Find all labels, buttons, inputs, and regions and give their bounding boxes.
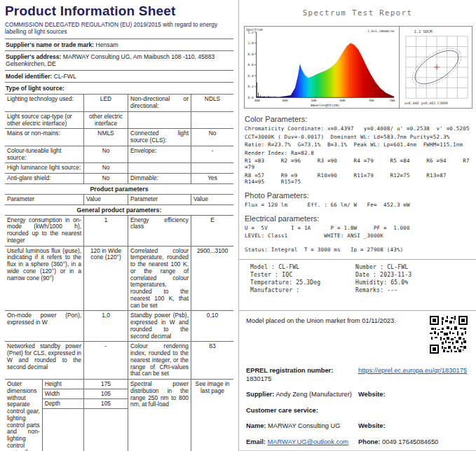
svg-text:400: 400 <box>283 99 288 102</box>
param-cell: Standby power (Psb), expressed in W and … <box>128 311 191 341</box>
x-axis-label: Wavelength(nm) <box>311 103 339 108</box>
spectrum-area <box>257 43 395 97</box>
param-cell: Energy consumption in on-mode (kWh/1000 … <box>5 216 83 246</box>
email-label: Email: <box>246 438 266 445</box>
email-cell: Email: MARWAY.UG@outlook.com <box>246 438 358 447</box>
param-cell: Envelope: <box>128 146 191 163</box>
spectrum-test-report: Spectrum Test Report <box>239 0 476 451</box>
dimension-key: Depth <box>43 399 83 409</box>
value-cell: No <box>83 146 128 163</box>
market-note: Model placed on the Union market from 01… <box>246 317 396 324</box>
param-cell: Light source cap-type (or other electric… <box>5 112 83 129</box>
value-cell: - <box>83 342 128 379</box>
value-cell: Yes <box>191 174 233 183</box>
dimension-value: 175 <box>84 380 128 389</box>
name-row: Name: MARWAY Consulting UG Website: <box>246 422 469 431</box>
value-cell: 1,0 <box>83 311 128 341</box>
svg-text:1.2: 1.2 <box>248 31 254 34</box>
column-header-row: Parameter Value Parameter Value <box>5 194 233 204</box>
table-row: Useful luminous flux (φuse), indicating … <box>5 246 233 311</box>
supplier-label: Supplier: <box>246 391 274 398</box>
phone-label: Phone: <box>358 438 381 445</box>
humidity-line: Humidity: 65.0% <box>355 279 461 286</box>
table-row: On-mode power (Pon), expressed in W 1,0 … <box>5 310 233 341</box>
report-title: Spectrum Test Report <box>239 8 476 17</box>
supplier-name-label: Supplier's name or trade mark: <box>6 41 94 48</box>
value-cell <box>191 163 233 173</box>
remarks-line: Remarks: --- <box>355 287 461 293</box>
tester-line: Tester : IQC <box>250 272 355 278</box>
chart-panel: Spectrum 1.0=5.186mW/nm <box>244 26 472 109</box>
x-tick-labels: 300 400 500 600 700 780 <box>254 99 395 102</box>
supplier-name-value: Hensam <box>96 41 118 48</box>
name-cell: Name: MARWAY Consulting UG <box>246 422 358 431</box>
general-parameters-header: General product parameters: <box>5 204 233 215</box>
svg-text:0.6: 0.6 <box>248 63 254 67</box>
website-label: Website: <box>358 422 469 431</box>
website-label: Website: <box>358 391 469 399</box>
value-cell: NMLS <box>83 129 128 146</box>
param-cell: Colour-tuneable light source: <box>5 146 83 163</box>
param-cell: Spectral power distribution in the range… <box>128 380 191 451</box>
y-tick-marks <box>254 32 257 87</box>
table-row: Light source cap-type (or other electric… <box>5 111 233 129</box>
param-cell: Useful luminous flux (φuse), indicating … <box>5 247 83 311</box>
table-row: Lighting technology used: LED Non-direct… <box>5 94 233 111</box>
param-cell: Networked standby power (Pnet) for CLS, … <box>5 342 83 379</box>
electrical-line1: U = 5V I = 1A P = 1.8W PF = 1.000 <box>245 225 476 231</box>
param-cell <box>128 112 191 129</box>
param-cell: Mains or non-mains: <box>5 129 83 146</box>
value-cell: other electric interface <box>83 112 128 129</box>
test-info-block: Model : CL-FWL Tester : IQC Temperature:… <box>250 264 476 295</box>
svg-text:300: 300 <box>254 99 260 102</box>
value-cell: LED <box>83 95 128 111</box>
param-cell: Correlated colour temperature, rounded t… <box>128 247 191 311</box>
value-cell: 120 in Wide cone (120°) <box>83 247 128 311</box>
supplier-value: Andy Zeng (Manufacturer) <box>276 391 352 398</box>
table-row: Anti-glare shield: No Dimmable: Yes <box>5 173 233 183</box>
cct-line: CCT=3000K ( Duv=-0.0017) Dominant WL: Ld… <box>245 134 476 140</box>
spectrum-chart: Spectrum 1.0=5.186mW/nm <box>245 27 400 108</box>
name-label: Name: <box>246 422 266 429</box>
eprel-row: EPREL registration number: 1830175 https… <box>246 367 469 383</box>
electrical-line2: LEVEL: Class1 WHITE: ANSI _3000K <box>245 233 476 239</box>
dimension-key: Width <box>43 389 83 399</box>
value-cell: 1 <box>83 216 128 246</box>
param-cell: Non-directional or directional: <box>128 95 191 111</box>
render-index-line: Render Index: Ra=82.8 <box>245 150 476 156</box>
number-line: Number : CL-FWL <box>355 264 461 270</box>
sdcm-coordinates: x=0.440 y=0.403 F3000 <box>404 101 448 106</box>
param-cell: Dimmable: <box>128 174 191 183</box>
table-row: Mains or non-mains: NMLS Connected light… <box>5 128 233 146</box>
svg-text:500: 500 <box>311 99 316 102</box>
param-cell <box>128 163 191 173</box>
email-row: Email: MARWAY.UG@outlook.com Phone: 0049… <box>246 438 469 447</box>
customer-care-label: Customer care service: <box>246 407 358 415</box>
cri-values-row2: R8 =57 R9 =9 R10=90 R11=79 R12=75 R13=87… <box>245 172 476 185</box>
ratio-line: Ratio: R=23.7% G=73.1% B=3.1% Peak WL: L… <box>245 141 476 148</box>
supplier-row: Supplier: Andy Zeng (Manufacturer) Websi… <box>246 391 469 399</box>
value-cell: E <box>191 216 233 246</box>
photo-parameters-heading: Photo Parameters: <box>245 191 476 200</box>
svg-text:600: 600 <box>339 99 345 102</box>
phone-value: 0049 17645084650 <box>382 438 438 445</box>
param-cell: Connected light source (CLS): <box>128 129 191 146</box>
eprel-section: Model placed on the Union market from 01… <box>239 317 476 451</box>
electrical-parameters-heading: Electrical parameters: <box>245 214 476 223</box>
dimension-value: 105 <box>84 399 128 409</box>
param-cell: Lighting technology used: <box>5 95 83 111</box>
email-link[interactable]: MARWAY.UG@outlook.com <box>268 438 349 445</box>
test-info-right: Number : CL-FWL Date : 2023-11-3 Humidit… <box>355 264 461 295</box>
noise-spikes <box>257 83 283 98</box>
dimension-keys: Height Width Depth <box>42 380 83 451</box>
scale-note: 1.0=5.186mW/nm <box>367 29 394 33</box>
value-cell: 83 <box>191 342 233 379</box>
market-note-row: Model placed on the Union market from 01… <box>246 317 469 359</box>
sdcm-panel: 1.1 SDCM <box>400 27 476 108</box>
value-cell: No <box>83 163 128 173</box>
param-cell: High luminance light source: <box>5 163 83 173</box>
eprel-link[interactable]: https://eprel.ec.europa.eu/qr/1830175 <box>358 367 469 375</box>
model-identifier-row: Model identifier: CL-FWL <box>5 70 233 82</box>
divider <box>239 310 476 311</box>
param-cell: Colour rendering index, rounded to the n… <box>128 342 191 379</box>
